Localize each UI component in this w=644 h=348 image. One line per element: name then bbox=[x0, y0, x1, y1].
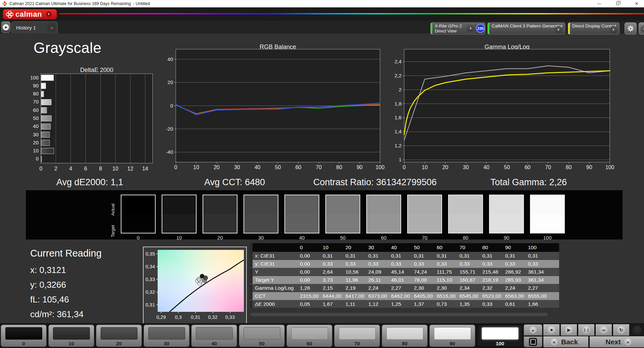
restore-button[interactable] bbox=[610, 0, 625, 7]
svg-text:40: 40 bbox=[167, 56, 173, 62]
stop-button[interactable]: ■ bbox=[543, 324, 560, 336]
panel-up-button[interactable]: ▲ bbox=[524, 324, 542, 336]
pattern-level-label: 100 bbox=[477, 341, 523, 346]
swatch-target-40 bbox=[285, 214, 319, 233]
swatch-level-label: 40 bbox=[284, 235, 319, 240]
swatch-actual-10 bbox=[162, 195, 196, 214]
pattern-button-70[interactable]: 70 bbox=[334, 325, 380, 347]
meter-dropdown[interactable]: X-Rite i1Pro 2 Direct View ▼ 239 bbox=[430, 22, 485, 34]
svg-text:2,2: 2,2 bbox=[394, 73, 401, 78]
tab-history-1[interactable]: History 1 bbox=[16, 25, 36, 30]
grayscale-swatch-strip: Actual Target 0102030405060708090100 bbox=[26, 190, 623, 239]
cell-target-y-90: 285,93 bbox=[503, 276, 526, 284]
grayscale-swatch-50 bbox=[325, 195, 360, 233]
swatch-target-10 bbox=[162, 214, 196, 233]
svg-text:20: 20 bbox=[214, 164, 220, 170]
cell-x-cie31-0: 0,00 bbox=[298, 252, 320, 260]
svg-text:0: 0 bbox=[40, 166, 43, 171]
swatch-actual-40 bbox=[285, 195, 319, 214]
cell-target-y-60: 115,10 bbox=[434, 276, 457, 284]
swatch-level-label: 20 bbox=[203, 235, 237, 240]
swatch-target-90 bbox=[490, 214, 523, 233]
next-label: Next bbox=[605, 338, 621, 346]
cell-x-cie31-60: 0,31 bbox=[434, 252, 457, 260]
svg-text:1,4: 1,4 bbox=[394, 129, 401, 134]
grayscale-swatch-10 bbox=[162, 195, 197, 233]
calman-logo-text: calman bbox=[15, 10, 42, 19]
page-title: Grayscale bbox=[34, 40, 102, 56]
svg-text:0,35: 0,35 bbox=[146, 251, 155, 257]
cell-target-y-20: 11,96 bbox=[343, 276, 366, 284]
pattern-button-20[interactable]: 20 bbox=[96, 325, 142, 347]
close-button[interactable]: × bbox=[629, 0, 644, 7]
layout-nav-button[interactable]: ▶ bbox=[1, 21, 10, 33]
pattern-window-button[interactable] bbox=[524, 336, 542, 347]
back-label: Back bbox=[561, 338, 578, 346]
calman-menu-button[interactable]: calman ▼ bbox=[3, 9, 57, 19]
minimize-button[interactable] bbox=[592, 0, 606, 7]
table-corner-gutter bbox=[250, 243, 253, 252]
cell-y-50: 74,24 bbox=[412, 268, 434, 276]
stat-total-gamma: Total Gamma: 2,26 bbox=[490, 177, 567, 188]
pattern-button-50[interactable]: 50 bbox=[239, 325, 285, 347]
next-button[interactable]: Next » bbox=[590, 336, 644, 347]
swatch-actual-70 bbox=[408, 195, 441, 214]
pattern-button-100[interactable]: 100 bbox=[477, 325, 523, 347]
pattern-button-80[interactable]: 80 bbox=[382, 325, 428, 347]
svg-text:70: 70 bbox=[33, 99, 39, 105]
strip-actual-label: Actual bbox=[110, 200, 116, 220]
meter-count-badge[interactable]: 239 bbox=[476, 24, 485, 33]
cell-gamma-log-log-90: 2,24 bbox=[503, 284, 526, 292]
swatch-level-label: 80 bbox=[448, 235, 483, 240]
collapse-panel-button[interactable]: ◀ bbox=[639, 22, 644, 34]
settings-button[interactable] bbox=[625, 22, 637, 34]
continuous-read-button[interactable]: ∞ bbox=[596, 324, 612, 336]
calman-app: Calman 2021 Calman Ultimate for Business… bbox=[0, 0, 644, 348]
refresh-button[interactable]: ↻ bbox=[613, 324, 629, 336]
pattern-level-label: 0 bbox=[1, 341, 46, 346]
pattern-button-60[interactable]: 60 bbox=[286, 325, 332, 347]
pattern-button-10[interactable]: 10 bbox=[48, 325, 94, 347]
svg-text:4: 4 bbox=[69, 166, 72, 171]
swatch-level-label: 30 bbox=[244, 235, 278, 240]
swatch-target-80 bbox=[449, 214, 482, 233]
pattern-button-90[interactable]: 90 bbox=[429, 325, 475, 347]
pattern-generator-dropdown[interactable]: CalMAN Client 3 Pattern Generator ▼ bbox=[487, 22, 565, 34]
grayscale-swatch-40 bbox=[284, 195, 319, 233]
pattern-level-label: 50 bbox=[239, 341, 284, 346]
cell--e-2000-60: 0,73 bbox=[434, 300, 457, 308]
swatch-target-70 bbox=[408, 214, 441, 233]
display-control-name: Direct Display Control bbox=[572, 23, 616, 28]
swatch-target-100 bbox=[531, 214, 564, 233]
cell-x-cie31-10: 0,31 bbox=[320, 252, 343, 260]
cell-y-cie31-10: 0,33 bbox=[320, 260, 343, 268]
svg-text:70: 70 bbox=[316, 164, 322, 170]
svg-text:80: 80 bbox=[33, 91, 39, 96]
close-icon: × bbox=[635, 1, 638, 6]
cell--e-2000-70: 1,35 bbox=[457, 300, 480, 308]
swatch-level-label: 70 bbox=[407, 235, 442, 240]
cell-y-20: 10,56 bbox=[343, 268, 366, 276]
add-tab-button[interactable]: + bbox=[47, 23, 56, 32]
back-button[interactable]: « Back bbox=[543, 336, 589, 347]
swatch-actual-90 bbox=[490, 195, 523, 214]
svg-text:-20: -20 bbox=[166, 126, 173, 132]
swatch-level-label: 0 bbox=[121, 235, 156, 240]
stat-contrast-ratio: Contrast Ratio: 361342799506 bbox=[313, 177, 437, 188]
svg-text:100: 100 bbox=[605, 164, 614, 170]
current-reading-title: Current Reading bbox=[30, 248, 102, 259]
cell-target-y-40: 48,01 bbox=[389, 276, 412, 284]
pattern-button-0[interactable]: 0 bbox=[1, 325, 47, 347]
pattern-button-30[interactable]: 30 bbox=[144, 325, 190, 347]
svg-text:14: 14 bbox=[142, 166, 148, 171]
read-series-button[interactable]: [··] bbox=[578, 324, 595, 336]
gamma-loglog-chart: 2,42,221,81,61,41,2101020304050607080901… bbox=[388, 42, 623, 174]
pattern-button-40[interactable]: 40 bbox=[191, 325, 237, 347]
display-control-dropdown[interactable]: Direct Display Control ▼ bbox=[568, 22, 620, 34]
svg-text:100: 100 bbox=[30, 75, 39, 80]
row-gutter-gamma-log-log bbox=[250, 284, 253, 292]
svg-text:20: 20 bbox=[33, 140, 39, 145]
cell-gamma-log-log-40: 2,27 bbox=[389, 284, 412, 292]
table-scrollbar[interactable] bbox=[251, 313, 548, 316]
play-button[interactable]: ▶ bbox=[561, 324, 578, 336]
